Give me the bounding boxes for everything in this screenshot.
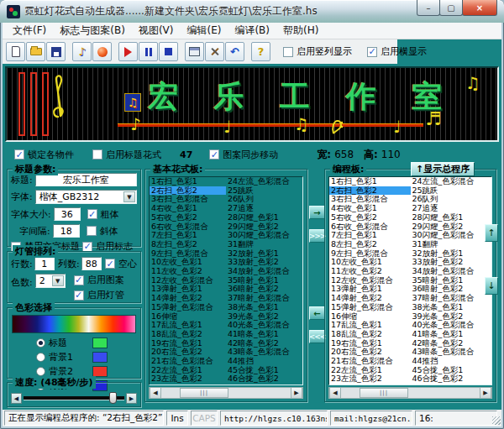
list-item[interactable]: 15弹射_色彩混合: [150, 303, 226, 312]
rows-input[interactable]: 1: [34, 257, 55, 270]
vertical-display-checkbox[interactable]: [283, 47, 293, 57]
menu-edit[interactable]: 编辑(E): [180, 23, 228, 39]
play-button[interactable]: [118, 42, 138, 61]
cols-input[interactable]: 88: [81, 257, 102, 270]
music-note-icon: ♫: [465, 75, 480, 92]
banner-title-text: 宏 乐 工 作 室: [148, 76, 454, 118]
tools-button[interactable]: [205, 42, 224, 61]
height-label: 高:: [364, 148, 378, 162]
hollow-checkbox[interactable]: [105, 259, 115, 269]
scroll-thumb[interactable]: |||: [360, 388, 408, 398]
minimize-button[interactable]: –: [417, 0, 440, 16]
move-up-button[interactable]: ↑: [485, 224, 498, 242]
slider-right-arrow[interactable]: ▶: [126, 393, 137, 404]
scroll-right-arrow[interactable]: ▶: [291, 388, 302, 398]
help-icon: ?: [258, 46, 265, 57]
list-item[interactable]: 38光条_色彩1: [411, 303, 492, 312]
neon-rectangle: [18, 72, 25, 136]
color-count-dropdown[interactable]: 2 ▼: [35, 274, 66, 288]
music-button[interactable]: ♪: [72, 42, 92, 61]
chevron-down-icon[interactable]: ▼: [123, 191, 135, 202]
color-target-radio-bg2[interactable]: [36, 367, 45, 376]
status-message: 正在显示编程总程序的: “2右扫_色彩2”: [4, 411, 164, 426]
pattern-list-hscrollbar[interactable]: ◀ ||| ▶: [149, 387, 303, 399]
list-item[interactable]: 5右收_色彩2: [150, 213, 226, 222]
enable-tube-label: 启用灯管: [87, 289, 124, 301]
undo-icon: ↶: [230, 46, 239, 57]
italic-checkbox[interactable]: [87, 226, 97, 236]
move-down-button[interactable]: ↓: [485, 277, 498, 295]
record-button[interactable]: [92, 42, 112, 61]
neon-rectangle: [30, 72, 37, 136]
add-all-button[interactable]: >>>: [309, 229, 325, 243]
spacing-input[interactable]: 18: [53, 224, 80, 238]
bold-checkbox[interactable]: [87, 209, 97, 219]
save-button[interactable]: [46, 42, 66, 61]
open-button[interactable]: [26, 42, 45, 61]
list-item[interactable]: 23左流_色彩2: [329, 374, 411, 384]
sync-move-checkbox[interactable]: [209, 149, 219, 160]
color-spectrum-bar[interactable]: [12, 315, 136, 333]
menu-view[interactable]: 视图(V): [132, 23, 181, 39]
scroll-left-arrow[interactable]: ◀: [150, 388, 161, 398]
remove-all-button[interactable]: <<<: [309, 330, 325, 343]
maximize-button[interactable]: ▢: [439, 0, 463, 16]
resize-grip[interactable]: [492, 416, 501, 425]
font-dropdown[interactable]: 楷体_GB2312 ▼: [35, 190, 137, 204]
add-one-button[interactable]: →: [309, 206, 325, 219]
list-item[interactable]: 15弹射_色彩混合: [329, 303, 411, 312]
stop-button[interactable]: [159, 42, 178, 61]
lock-objects-checkbox[interactable]: [14, 149, 24, 160]
list-item[interactable]: 5右收_色彩2: [329, 213, 411, 222]
scroll-right-arrow[interactable]: ▶: [480, 388, 491, 398]
title-params-group: 标题参数: 标题: 宏乐工作室 字体: 楷体_GB2312 ▼ 字体大小: 36…: [7, 169, 141, 247]
properties-button[interactable]: [185, 42, 204, 61]
enable-tube-checkbox[interactable]: [74, 290, 84, 301]
scroll-left-arrow[interactable]: ◀: [329, 388, 341, 398]
color-target-radio-bg1[interactable]: [36, 353, 45, 362]
color-swatch-title[interactable]: [92, 337, 108, 348]
show-total-program-button[interactable]: ↑显示总程序: [411, 162, 475, 176]
menu-help[interactable]: 帮助(H): [276, 23, 325, 39]
new-document-icon: [12, 46, 20, 57]
enable-pattern-checkbox[interactable]: [74, 275, 84, 285]
close-button[interactable]: ×: [462, 0, 497, 16]
new-button[interactable]: [6, 42, 25, 61]
list-item[interactable]: 28闪耀_色彩1: [226, 213, 302, 222]
menu-logo-pattern[interactable]: 标志与图案(B): [53, 23, 132, 39]
slider-track[interactable]: [24, 396, 124, 400]
music-note-icon: ♩: [393, 118, 401, 135]
bass-clef-icon: [331, 118, 344, 137]
chevron-down-icon[interactable]: ▼: [52, 275, 64, 286]
list-item[interactable]: 28闪耀_色彩1: [411, 213, 492, 222]
color-swatch-bg1[interactable]: [92, 352, 108, 363]
list-item[interactable]: 46合拢_色彩2: [226, 374, 302, 384]
enable-logo-checkbox[interactable]: [82, 242, 92, 252]
help-button[interactable]: ?: [251, 42, 270, 61]
slider-thumb[interactable]: [109, 392, 117, 404]
properties-window-icon: [189, 47, 200, 56]
color-target-radio-title[interactable]: [36, 338, 45, 348]
slider-left-arrow[interactable]: ◀: [11, 393, 22, 404]
scroll-thumb[interactable]: |||: [180, 388, 228, 398]
tube-layout-group-title: 灯管排列:: [13, 245, 58, 258]
font-size-input[interactable]: 36: [54, 207, 81, 221]
list-item[interactable]: 46合拢_色彩2: [411, 374, 492, 384]
list-item[interactable]: 23左流_色彩2: [150, 374, 226, 384]
program-list-hscrollbar[interactable]: ◀ ||| ▶: [328, 387, 492, 399]
pause-button[interactable]: [139, 42, 158, 61]
title-pattern-checkbox[interactable]: [92, 149, 102, 160]
status-url: http://hlgzs.c10.163ns.com: [220, 411, 328, 426]
menu-file[interactable]: 文件(F): [6, 23, 53, 39]
tools-icon: [209, 46, 220, 57]
menu-compile[interactable]: 编译(B): [228, 23, 276, 39]
list-item[interactable]: 38光条_色彩1: [226, 303, 302, 312]
program-board-title: 编程板:: [330, 163, 366, 175]
remove-one-button[interactable]: ←: [309, 306, 325, 320]
stop-icon: [165, 48, 172, 55]
bold-label: 粗体: [101, 208, 119, 221]
width-value: 658: [334, 149, 354, 160]
height-value: 110: [381, 149, 401, 160]
horizontal-display-checkbox[interactable]: [367, 47, 377, 57]
undo-button[interactable]: ↶: [225, 42, 244, 61]
